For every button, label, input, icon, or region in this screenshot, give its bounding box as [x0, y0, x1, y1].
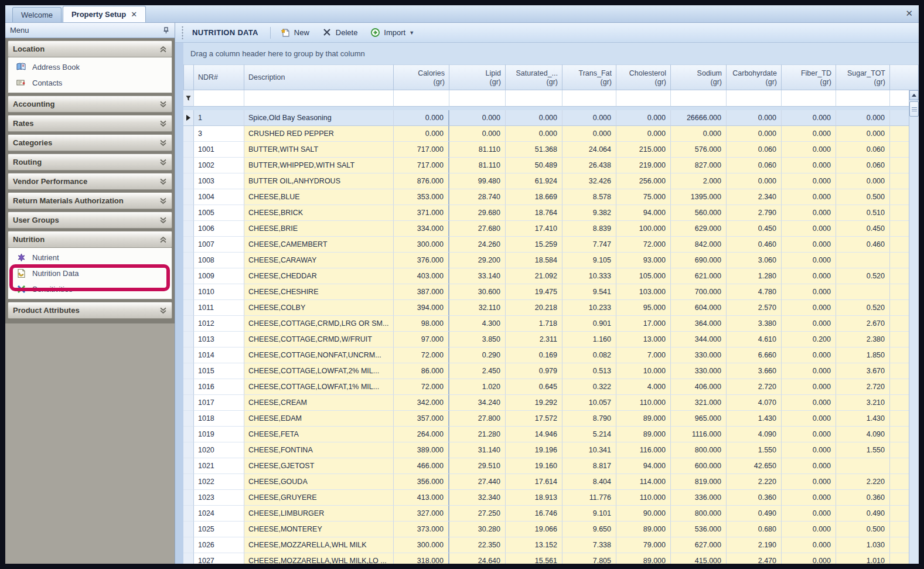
filter-cell[interactable] — [449, 90, 506, 107]
table-row[interactable]: 1022CHEESE,GOUDA356.00027.44017.6148.404… — [183, 474, 919, 490]
scrollbar-thumb[interactable] — [909, 101, 919, 117]
sidebar-group-routing[interactable]: Routing — [8, 154, 172, 171]
table-row[interactable]: 1019CHEESE,FETA264.00021.28014.9465.2148… — [183, 427, 919, 442]
sidebar-group-accounting[interactable]: Accounting — [8, 96, 172, 113]
table-row[interactable]: 1023CHEESE,GRUYERE413.00032.34018.91311.… — [183, 490, 919, 506]
table-row[interactable]: 1Spice,Old Bay Seasoning0.0000.0000.0000… — [183, 110, 919, 126]
sidebar-group-location[interactable]: Location — [8, 40, 172, 57]
column-header-ndr-[interactable]: NDR# — [194, 64, 244, 90]
sidebar-group-vendor-performance[interactable]: Vendor Performance — [8, 173, 172, 190]
cell: 0.000 — [782, 427, 836, 442]
group-by-panel[interactable]: Drag a column header here to group by th… — [183, 43, 919, 64]
table-row[interactable]: 1003BUTTER OIL,ANHYDROUS876.00099.48061.… — [183, 173, 919, 189]
table-row[interactable]: 1012CHEESE,COTTAGE,CRMD,LRG OR SM...98.0… — [183, 316, 919, 332]
table-row[interactable]: 3CRUSHED RED PEPPER0.0000.0000.0000.0000… — [183, 126, 919, 142]
cell: 4.070 — [727, 395, 782, 411]
table-row[interactable]: 1013CHEESE,COTTAGE,CRMD,W/FRUIT97.0003.8… — [183, 332, 919, 347]
filter-cell[interactable] — [394, 90, 449, 107]
filter-cell[interactable] — [616, 90, 671, 107]
sidebar-group-user-groups[interactable]: User Groups — [8, 212, 172, 229]
column-header-sodium[interactable]: Sodium(gr) — [671, 64, 727, 90]
scroll-up-button[interactable] — [909, 90, 919, 100]
filter-cell[interactable] — [671, 90, 727, 107]
table-row[interactable]: 1017CHEESE,CREAM342.00034.24019.29210.05… — [183, 395, 919, 411]
pin-icon[interactable] — [162, 26, 170, 34]
cell: 1002 — [194, 158, 244, 173]
table-row[interactable]: 1026CHEESE,MOZZARELLA,WHL MILK300.00022.… — [183, 537, 919, 553]
toolbar-grip[interactable] — [181, 26, 184, 39]
filter-cell[interactable] — [782, 90, 836, 107]
column-header-fiber-td[interactable]: Fiber_TD(gr) — [782, 64, 836, 90]
sidebar-group-return-materials-authorization[interactable]: Return Materials Authorization — [8, 192, 172, 209]
table-row[interactable]: 1010CHEESE,CHESHIRE387.00030.60019.4759.… — [183, 284, 919, 300]
column-header-saturated-[interactable]: Saturated_...(gr) — [506, 64, 562, 90]
cell: 18.764 — [506, 205, 562, 221]
column-header-sugar-tot[interactable]: Sugar_TOT(gr) — [836, 64, 890, 90]
table-row[interactable]: 1014CHEESE,COTTAGE,NONFAT,UNCRM...72.000… — [183, 347, 919, 363]
cell: 105.000 — [616, 268, 671, 284]
vertical-scrollbar[interactable] — [909, 90, 919, 564]
sidebar-item-contacts[interactable]: Contacts — [8, 75, 172, 91]
filter-cell[interactable] — [562, 90, 616, 107]
table-row[interactable]: 1020CHEESE,FONTINA389.00031.14019.19610.… — [183, 442, 919, 458]
table-row[interactable]: 1002BUTTER,WHIPPED,WITH SALT717.00081.11… — [183, 158, 919, 173]
new-button[interactable]: New — [277, 25, 313, 40]
column-header-description[interactable]: Description — [244, 64, 394, 90]
table-row[interactable]: 1016CHEESE,COTTAGE,LOWFAT,1% MIL...72.00… — [183, 379, 919, 395]
tab-welcome[interactable]: Welcome — [12, 7, 62, 22]
column-header-carbohyrdate[interactable]: Carbohyrdate(gr) — [727, 64, 782, 90]
sidebar-group-product-attributes[interactable]: Product Attributes — [8, 302, 172, 319]
column-header-lipid[interactable]: Lipid(gr) — [449, 64, 506, 90]
sidebar-group-categories[interactable]: Categories — [8, 134, 172, 151]
sidebar-item-nutrient[interactable]: Nutrient — [8, 250, 172, 265]
cell: 0.000 — [727, 173, 782, 189]
table-row[interactable]: 1024CHEESE,LIMBURGER327.00027.25016.7469… — [183, 506, 919, 522]
row-indicator — [183, 522, 194, 537]
filter-cell[interactable] — [727, 90, 782, 107]
table-row[interactable]: 1025CHEESE,MONTEREY373.00030.28019.0669.… — [183, 522, 919, 537]
table-row[interactable]: 1021CHEESE,GJETOST466.00029.51019.1608.8… — [183, 458, 919, 474]
tab-welcome-label: Welcome — [21, 11, 53, 19]
filter-cell[interactable] — [194, 90, 244, 107]
cell: 72.000 — [394, 379, 449, 395]
tab-property-setup[interactable]: Property Setup ✕ — [63, 6, 146, 22]
cell: 34.240 — [449, 395, 506, 411]
sidebar-item-label: Nutrition Data — [32, 269, 79, 278]
cell: 0.000 — [782, 506, 836, 522]
tab-close-icon[interactable]: ✕ — [131, 11, 137, 18]
cell: 26666.000 — [671, 110, 727, 126]
sidebar-item-address-book[interactable]: Address Book — [8, 59, 172, 75]
table-row[interactable]: 1011CHEESE,COLBY394.00032.11020.21810.23… — [183, 300, 919, 316]
table-row[interactable]: 1015CHEESE,COTTAGE,LOWFAT,2% MIL...86.00… — [183, 363, 919, 379]
table-row[interactable]: 1004CHEESE,BLUE353.00028.74018.6698.5787… — [183, 189, 919, 205]
table-row[interactable]: 1006CHEESE,BRIE334.00027.68017.4108.8391… — [183, 221, 919, 237]
sidebar-group-rates[interactable]: Rates — [8, 115, 172, 132]
cell: 19.066 — [506, 522, 562, 537]
table-row[interactable]: 1005CHEESE,BRICK371.00029.68018.7649.382… — [183, 205, 919, 221]
filter-cell[interactable] — [836, 90, 890, 107]
column-header-calories[interactable]: Calories(gr) — [394, 64, 449, 90]
table-row[interactable]: 1001BUTTER,WITH SALT717.00081.11051.3682… — [183, 142, 919, 158]
table-row[interactable]: 1018CHEESE,EDAM357.00027.80017.5728.7908… — [183, 411, 919, 427]
column-unit: (gr) — [490, 78, 501, 86]
column-header-trans-fat[interactable]: Trans_Fat(gr) — [562, 64, 616, 90]
cell: 22.350 — [449, 537, 506, 553]
cell: 0.000 — [782, 553, 836, 564]
table-row[interactable]: 1027CHEESE,MOZZARELLA,WHL MILK,LO ...318… — [183, 553, 919, 564]
sidebar-item-nutrition-data[interactable]: Nutrition Data — [8, 265, 172, 281]
delete-button[interactable]: Delete — [318, 25, 362, 40]
table-row[interactable]: 1007CHEESE,CAMEMBERT300.00024.26015.2597… — [183, 237, 919, 253]
table-row[interactable]: 1008CHEESE,CARAWAY376.00029.20018.5849.1… — [183, 253, 919, 268]
cell: 321.000 — [671, 395, 727, 411]
sidebar-item-sensitivities[interactable]: Sensitivities — [8, 281, 172, 297]
import-button[interactable]: Import▼ — [366, 25, 418, 40]
close-icon[interactable]: ✕ — [905, 8, 913, 19]
cell: CHEESE,CREAM — [244, 395, 394, 411]
filter-cell[interactable] — [244, 90, 394, 107]
column-header-cholesterol[interactable]: Cholesterol(gr) — [616, 64, 671, 90]
sidebar-group-nutrition[interactable]: Nutrition — [8, 231, 172, 248]
row-indicator — [183, 300, 194, 316]
table-row[interactable]: 1009CHEESE,CHEDDAR403.00033.14021.09210.… — [183, 268, 919, 284]
filter-cell[interactable] — [506, 90, 562, 107]
cell: 0.500 — [836, 189, 890, 205]
